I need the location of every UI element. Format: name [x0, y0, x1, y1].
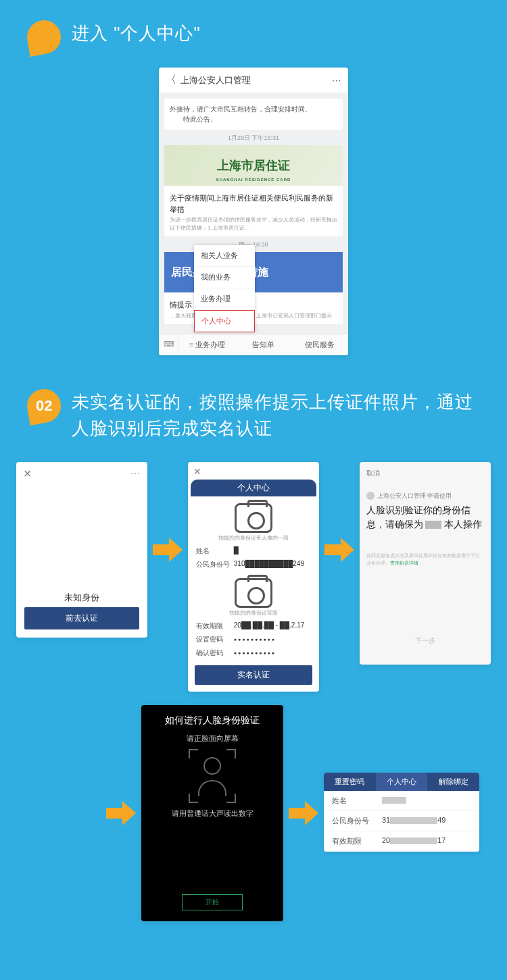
screen-unknown-identity: ✕ ··· 未知身份 前去认证	[16, 462, 147, 638]
agreement-link[interactable]: 查询协议详情	[390, 561, 418, 565]
label-expiry: 有效期限	[332, 836, 382, 846]
step2-row-1: ✕ ··· 未知身份 前去认证 ✕ 个人中心 拍摄您的身份证带人像的一面 姓名█…	[0, 455, 507, 698]
camera-back-icon[interactable]	[235, 578, 272, 608]
close-icon[interactable]: ✕	[188, 462, 319, 477]
menu-item[interactable]: 业务办理	[194, 288, 255, 310]
menu-item[interactable]: 相关人业务	[194, 245, 255, 267]
close-icon[interactable]: ✕	[23, 467, 32, 480]
step1-title: 进入 "个人中心"	[72, 20, 201, 47]
screen-face-consent: 取消 上海公安人口管理 申请使用 人脸识别验证你的身份信息，请确保为 本人操作 …	[360, 462, 491, 665]
menu-item[interactable]: 我的业务	[194, 267, 255, 288]
camera-back-caption: 拍摄您的身份证背面	[188, 609, 319, 617]
screen-face-scan: 如何进行人脸身份验证 请正脸面向屏幕 请用普通话大声读出数字 开始	[141, 705, 283, 921]
wechat-header: 〈 上海公安人口管理 ···	[159, 68, 348, 93]
app-requester: 上海公安人口管理 申请使用	[366, 492, 484, 500]
step2-title: 未实名认证的，按照操作提示上传证件照片，通过人脸识别后完成实名认证	[72, 389, 480, 442]
step2-header: 02 未实名认证的，按照操作提示上传证件照片，通过人脸识别后完成实名认证	[0, 369, 507, 455]
tab-personal-center[interactable]: 个人中心	[376, 773, 428, 791]
unknown-identity-label: 未知身份	[16, 592, 147, 604]
more-icon[interactable]: ···	[332, 75, 341, 85]
label-expiry: 有效期限	[196, 621, 234, 631]
banner-title: 上海市居住证	[217, 157, 290, 175]
wechat-title: 上海公安人口管理	[180, 74, 332, 86]
label-name: 姓名	[332, 796, 382, 806]
redacted-name	[425, 521, 441, 529]
article-desc: 为进一步提高居住证办理的便民服务水平，减少人员流动，经研究推出以下便民措施：1.…	[170, 216, 337, 232]
instruction-line: 请正脸面向屏幕	[141, 733, 283, 744]
label-password: 设置密码	[196, 635, 234, 644]
arrow-icon	[153, 536, 183, 563]
value-id: 3149	[382, 816, 471, 826]
start-button[interactable]: 开始	[182, 894, 243, 910]
label-confirm-password: 确认密码	[196, 648, 234, 658]
tab-reset-password[interactable]: 重置密码	[324, 773, 376, 791]
arrow-icon	[324, 536, 354, 563]
cancel-link[interactable]: 取消	[366, 469, 484, 478]
residence-card-banner: 上海市居住证 SHANGHAI RESIDENCE CARD	[164, 145, 343, 186]
timestamp: 1月29日 下午15:31	[164, 134, 343, 143]
banner-subtitle: SHANGHAI RESIDENCE CARD	[216, 177, 291, 183]
instruction-line: 请用普通话大声读出数字	[141, 808, 283, 819]
step2-badge: 02	[24, 386, 64, 425]
wechat-bottom-bar: ⌨ 业务办理 告知单 便民服务	[159, 334, 348, 355]
screen-personal-center-form: ✕ 个人中心 拍摄您的身份证带人像的一面 姓名█ 公民身份号310███████…	[188, 462, 319, 692]
face-scan-title: 如何进行人脸身份验证	[141, 715, 283, 727]
value-expiry: 20██.██.██ - ██.2.17	[234, 621, 311, 631]
app-name: 上海公安人口管理 申请使用	[377, 492, 452, 500]
keyboard-icon[interactable]: ⌨	[159, 334, 179, 355]
menu-item-personal-center[interactable]: 个人中心	[194, 310, 255, 332]
realname-verify-button[interactable]: 实名认证	[195, 665, 312, 685]
fine-print: 你同意服务提供者及腾讯使用并传送相关数据用于下方业务办理。查询协议详情	[366, 552, 484, 567]
go-verify-button[interactable]: 前去认证	[24, 607, 139, 629]
next-button[interactable]: 下一步	[373, 636, 477, 646]
wechat-screenshot: 〈 上海公安人口管理 ··· 外接待，请广大市民互相转告，合理安排时间。 特此公…	[159, 68, 348, 355]
step1-header: 进入 "个人中心"	[0, 0, 507, 68]
screen-result-card: 重置密码 个人中心 解除绑定 姓名 公民身份号3149 有效期限2017	[324, 773, 479, 852]
camera-front-caption: 拍摄您的身份证带人像的一面	[188, 534, 319, 542]
value-name: █	[234, 546, 311, 556]
article-card[interactable]: 上海市居住证 SHANGHAI RESIDENCE CARD 关于疫情期间上海市…	[164, 145, 343, 236]
consent-message: 人脸识别验证你的身份信息，请确保为 本人操作	[366, 503, 484, 532]
camera-front-icon[interactable]	[235, 503, 272, 533]
arrow-icon	[289, 800, 318, 827]
label-name: 姓名	[196, 546, 234, 556]
password-field[interactable]	[234, 635, 311, 644]
notice-card: 外接待，请广大市民互相转告，合理安排时间。 特此公告。	[164, 99, 343, 130]
value-name	[382, 796, 471, 806]
result-tabs: 重置密码 个人中心 解除绑定	[324, 773, 479, 791]
bottom-tab[interactable]: 便民服务	[292, 334, 348, 355]
bottom-tab[interactable]: 告知单	[235, 334, 291, 355]
confirm-password-field[interactable]	[234, 648, 311, 658]
app-icon	[366, 492, 375, 500]
value-expiry: 2017	[382, 836, 471, 846]
tab-unbind[interactable]: 解除绑定	[427, 773, 479, 791]
value-id: 310██████████249	[234, 560, 311, 569]
step2-row-2: 如何进行人脸身份验证 请正脸面向屏幕 请用普通话大声读出数字 开始 重置密码 个…	[0, 698, 507, 928]
popup-menu: 相关人业务 我的业务 业务办理 个人中心	[194, 245, 255, 332]
face-frame-icon	[189, 749, 236, 803]
notice-line: 特此公告。	[170, 114, 337, 124]
bottom-tab[interactable]: 业务办理	[179, 334, 235, 355]
label-id: 公民身份号	[196, 560, 234, 569]
notice-line: 外接待，请广大市民互相转告，合理安排时间。	[170, 104, 337, 114]
back-icon[interactable]: 〈	[166, 73, 176, 87]
article-title: 关于疫情期间上海市居住证相关便民利民服务的新举措	[170, 192, 337, 215]
form-header: 个人中心	[191, 480, 316, 496]
more-icon[interactable]: ···	[130, 467, 141, 478]
step1-badge	[24, 18, 64, 57]
label-id: 公民身份号	[332, 816, 382, 826]
arrow-icon	[106, 800, 136, 827]
